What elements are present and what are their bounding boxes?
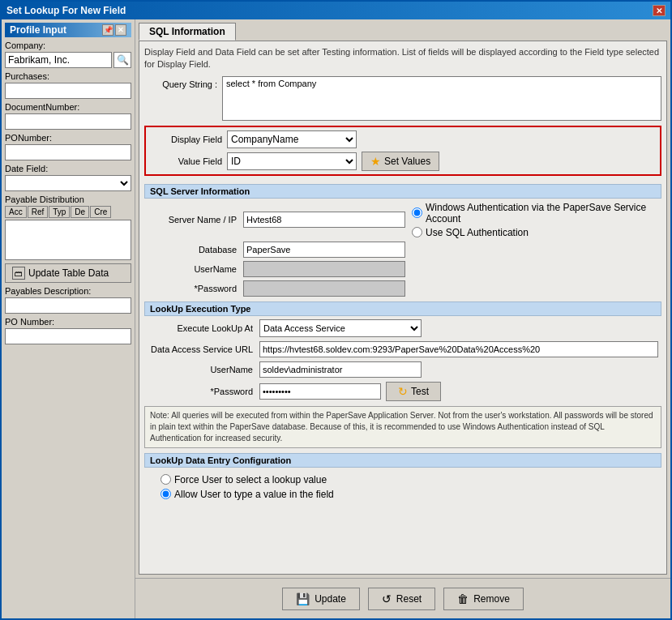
reset-button[interactable]: ↺ Reset (368, 588, 435, 610)
sql-auth-radio[interactable] (412, 227, 422, 237)
document-number-input[interactable] (5, 113, 131, 130)
query-string-input[interactable]: select * from Company (222, 76, 661, 121)
purchases-input[interactable] (5, 83, 131, 99)
username-label: UserName (148, 264, 237, 274)
company-section: Company: 🔍 (5, 41, 131, 68)
lookup-username-label: UserName (148, 365, 253, 374)
date-field-label: Date Field: (5, 164, 131, 173)
payable-tab-ref[interactable]: Ref (28, 206, 49, 218)
execute-lookup-dropdown[interactable]: Data Access Service (259, 319, 422, 337)
payable-textarea[interactable] (5, 220, 131, 260)
remove-button[interactable]: 🗑 Remove (443, 588, 524, 610)
sql-auth-row: Use SQL Authentication (412, 227, 658, 238)
payable-tab-cre[interactable]: Cre (90, 206, 111, 218)
po-number2-section: PO Number: (5, 317, 131, 344)
reset-icon: ↺ (382, 592, 392, 605)
entry-config-header: LookUp Data Entry Configuration (144, 453, 661, 468)
display-field-row: Display Field CompanyName (149, 130, 657, 148)
bottom-bar: 💾 Update ↺ Reset 🗑 Remove (135, 578, 670, 618)
lookup-exec-section: LookUp Execution Type Execute LookUp At … (144, 301, 661, 401)
server-name-label: Server Name / IP (148, 215, 237, 224)
payables-desc-section: Payables Description: (5, 286, 131, 314)
display-field-dropdown[interactable]: CompanyName (227, 130, 357, 148)
lookup-password-label: *Password (148, 387, 253, 396)
server-name-input[interactable] (243, 212, 405, 228)
right-panel: SQL Information Display Field and Data F… (135, 19, 670, 618)
date-field-dropdown[interactable] (5, 175, 131, 191)
payable-tab-typ[interactable]: Typ (49, 206, 70, 218)
test-button[interactable]: ↻ Test (386, 382, 441, 401)
display-field-label: Display Field (149, 135, 222, 144)
payable-dist-section: Payable Distribution Acc Ref Typ De Cre (5, 195, 131, 260)
payable-tab-acc[interactable]: Acc (5, 206, 27, 218)
left-panel: Profile Input 📌 ✕ Company: 🔍 Purchases: … (2, 19, 135, 618)
update-button[interactable]: 💾 Update (282, 588, 360, 610)
payable-dist-label: Payable Distribution (5, 195, 131, 204)
data-access-url-input[interactable] (259, 341, 658, 357)
payable-tabs: Acc Ref Typ De Cre (5, 206, 131, 218)
po-number-section: PONumber: (5, 133, 131, 160)
save-icon: 💾 (296, 592, 310, 605)
sql-server-header: SQL Server Information (144, 184, 661, 199)
auth-radio-group: Windows Authentication via the PaperSave… (412, 202, 658, 238)
delete-icon: 🗑 (457, 592, 469, 605)
payables-desc-input[interactable] (5, 297, 131, 314)
sql-server-section: SQL Server Information Server Name / IP … (144, 184, 661, 297)
windows-auth-radio[interactable] (412, 207, 422, 218)
title-bar: Set Lookup For New Field ✕ (2, 2, 670, 19)
lookup-username-input[interactable] (259, 361, 422, 378)
profile-input-label: Profile Input (10, 24, 66, 36)
payables-desc-label: Payables Description: (5, 286, 131, 296)
purchases-section: Purchases: (5, 71, 131, 99)
document-number-label: DocumentNumber: (5, 102, 131, 112)
query-string-label: Query String : (144, 78, 217, 89)
lookup-password-row: ↻ Test (259, 382, 658, 401)
refresh-icon: ↻ (398, 385, 408, 398)
note-text: Note: All queries will be executed from … (144, 406, 661, 448)
po-number-input[interactable] (5, 144, 131, 160)
info-text: Display Field and Data Field can be set … (144, 46, 661, 71)
value-field-dropdown[interactable]: ID (227, 152, 357, 170)
query-string-row: Query String : select * from Company (144, 76, 661, 121)
window-title: Set Lookup For New Field (6, 5, 126, 16)
lookup-exec-header: LookUp Execution Type (144, 301, 661, 316)
database-input[interactable] (243, 242, 405, 258)
company-input[interactable] (5, 52, 112, 68)
update-icon: 🗃 (12, 267, 25, 280)
company-label: Company: (5, 41, 131, 50)
set-values-button[interactable]: ★ Set Values (362, 152, 439, 171)
purchases-label: Purchases: (5, 71, 131, 81)
tab-bar: SQL Information (135, 19, 670, 41)
pin-button[interactable]: 📌 (102, 24, 113, 36)
password-label: *Password (148, 284, 237, 293)
star-icon: ★ (370, 155, 381, 168)
lookup-password-input[interactable] (259, 383, 381, 400)
tab-sql-information[interactable]: SQL Information (139, 23, 236, 41)
allow-type-row: Allow User to type a value in the field (161, 489, 661, 500)
tab-content: Display Field and Data Field can be set … (139, 41, 667, 575)
database-label: Database (148, 245, 237, 254)
entry-config-options: Force User to select a lookup value Allo… (144, 471, 661, 503)
force-select-row: Force User to select a lookup value (161, 474, 661, 485)
display-value-box: Display Field CompanyName Value Field ID… (144, 126, 661, 176)
profile-input-header: Profile Input 📌 ✕ (5, 23, 131, 37)
po-number2-input[interactable] (5, 328, 131, 344)
panel-close-button[interactable]: ✕ (115, 24, 126, 36)
execute-lookup-label: Execute LookUp At (148, 323, 253, 333)
document-number-section: DocumentNumber: (5, 102, 131, 130)
payable-tab-de[interactable]: De (71, 206, 89, 218)
data-access-url-label: Data Access Service URL (148, 344, 253, 354)
update-table-data-button[interactable]: 🗃 Update Table Data (5, 263, 131, 283)
value-field-row: Value Field ID ★ Set Values (149, 152, 657, 171)
date-field-section: Date Field: (5, 164, 131, 191)
po-number-label: PONumber: (5, 133, 131, 143)
allow-type-radio[interactable] (161, 489, 171, 499)
value-field-label: Value Field (149, 156, 222, 166)
company-search-button[interactable]: 🔍 (113, 52, 131, 68)
main-window: Set Lookup For New Field ✕ Profile Input… (0, 0, 672, 620)
username-input[interactable] (243, 261, 405, 277)
close-button[interactable]: ✕ (653, 5, 666, 16)
password-input[interactable] (243, 280, 405, 297)
force-select-radio[interactable] (161, 474, 171, 485)
windows-auth-row: Windows Authentication via the PaperSave… (412, 202, 658, 224)
